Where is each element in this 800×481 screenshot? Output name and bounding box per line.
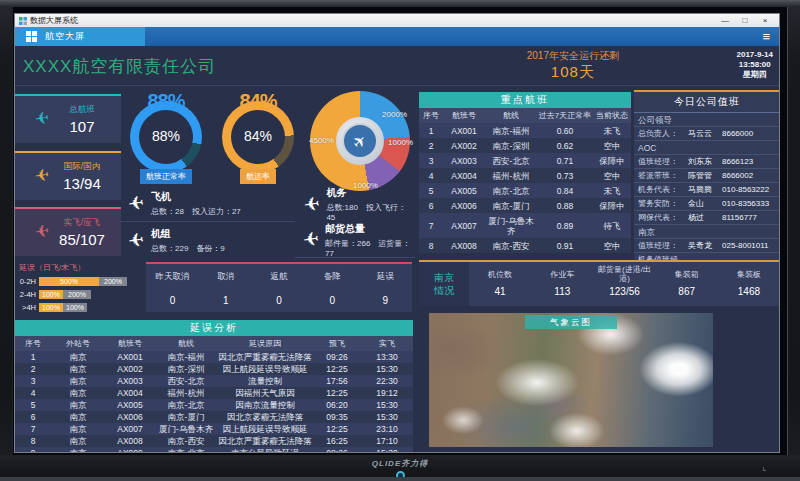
column-header: 外站号 — [51, 336, 105, 351]
cell: AX009 — [105, 447, 155, 452]
duty-phone: 010-8563222 — [722, 185, 776, 195]
table-row: 01009 — [146, 289, 412, 312]
nanjing-label: 南京情况 — [419, 262, 469, 306]
tv-top-edge — [0, 0, 800, 7]
cell: 16:25 — [313, 435, 361, 447]
table-row: 1 AX001 南京-福州 0.60 未飞 — [419, 123, 631, 138]
menu-icon[interactable]: ≡ — [753, 28, 779, 46]
cell: 9 — [359, 289, 412, 312]
airplane-icon: ✈ — [22, 164, 51, 188]
cell: 南京 — [51, 363, 105, 375]
column-header: 集装箱 — [656, 262, 718, 286]
resource-title: 机组 — [151, 227, 225, 241]
resource-stats-line: 总数：28 投入运力：27 — [151, 206, 241, 217]
window-titlebar[interactable]: 数据大屏系统 — □ × — [15, 14, 779, 27]
dashboard-header: XXXX航空有限责任公司 2017年安全运行还剩 108天 2017-9-14 … — [15, 46, 779, 86]
cell: 8 — [419, 238, 443, 253]
column-value: 1468 — [718, 286, 779, 306]
cell: 未飞 — [593, 183, 631, 198]
table-row: 9 南京 AX009 南京-北京 南京台风导致延误 08:26 15:30 — [15, 447, 413, 452]
stat-value: 85/107 — [49, 231, 115, 248]
donut-label: 航班正常率 — [140, 169, 192, 184]
close-icon[interactable]: × — [755, 15, 775, 27]
duty-row: AOC — [634, 141, 779, 155]
cell: 南京-厦门 — [485, 198, 537, 213]
dashboard: XXXX航空有限责任公司 2017年安全运行还剩 108天 2017-9-14 … — [15, 46, 779, 452]
tv-frame: 数据大屏系统 — □ × 航空大屏 ≡ — [0, 0, 800, 481]
column-header: 过去7天正常率 — [537, 108, 593, 123]
table-row: 4 AX004 福州-杭州 0.73 空中 — [419, 168, 631, 183]
ribbon: 航空大屏 ≡ — [15, 27, 779, 46]
duty-name: 杨过 — [688, 213, 722, 223]
cell: 0.84 — [537, 183, 593, 198]
cell: 流量控制 — [217, 375, 313, 387]
duty-name: 金山 — [688, 199, 722, 209]
duty-rows: 公司领导 总负责人： 马云云 8666000 — [634, 113, 779, 260]
pie-center-badge: ✈ — [336, 117, 384, 165]
cell: 23:10 — [361, 423, 413, 435]
duty-role: 签派带班： — [638, 171, 688, 181]
cell: 13:30 — [361, 351, 413, 363]
table-row: 3 南京 AX003 西安-北京 流量控制 17:56 22:30 — [15, 375, 413, 387]
cell: AX003 — [443, 153, 485, 168]
airplane-icon: ✈ — [296, 191, 328, 218]
duty-roster-panel: 今日公司值班 公司领导 总负责人： 马云云 — [634, 90, 779, 260]
resource-cell: ✈ 机务 总数:180 投入飞行：45 — [295, 186, 415, 222]
column-header: 作业车 — [531, 262, 593, 286]
key-flights-panel: 重点航班 序号航班号航线过去7天正常率当前状态 — [419, 92, 631, 258]
cell: 7 — [419, 213, 443, 238]
duty-row: 机务代表： 马腾腾 010-8563222 — [634, 183, 779, 197]
grid-icon — [26, 31, 37, 42]
panel-title: 今日公司值班 — [634, 92, 779, 113]
table-row: 3 AX003 西安-北京 0.71 保障中 — [419, 153, 631, 168]
tab-aviation-screen[interactable]: 航空大屏 — [15, 27, 145, 46]
cell: 06:20 — [313, 399, 361, 411]
airplane-icon: ✈ — [120, 227, 153, 254]
traffic-pie-wrap: 2000% 1000% 1000% 4500% ✈ — [307, 88, 413, 194]
column-header: 当前状态 — [593, 108, 631, 123]
resource-stats: ✈ 飞机 总数：28 投入运力：27 ✈ 机务 总数:180 投入飞行：45 — [119, 186, 415, 258]
cell: 15:30 — [361, 447, 413, 452]
cell: AX005 — [105, 399, 155, 411]
airplane-icon: ✈ — [120, 190, 153, 217]
cell: AX001 — [443, 123, 485, 138]
cell: 南京 — [51, 387, 105, 399]
table-header-row: 序号外站号航班号航线延误原因预飞实飞 — [15, 336, 413, 351]
table-row: 4 南京 AX004 福州-杭州 因福州天气原因 12:25 19:12 — [15, 387, 413, 399]
tab-label: 航空大屏 — [45, 30, 85, 43]
company-title: XXXX航空有限责任公司 — [23, 55, 216, 78]
maximize-icon[interactable]: □ — [735, 15, 755, 27]
table-row: 7 AX007 厦门-乌鲁木齐 0.89 待飞 — [419, 213, 631, 238]
cell: 因北京严重雾霾无法降落 — [217, 435, 313, 447]
intl-domestic-card: ✈ 国际/国内 13/94 — [15, 151, 121, 200]
duty-phone: 8666002 — [722, 171, 776, 181]
cell: 0.71 — [537, 153, 593, 168]
cell: 南京-福州 — [155, 351, 217, 363]
airplane-icon: ✈ — [22, 107, 51, 131]
resource-cell: ✈ 机组 总数：229 备份：9 — [119, 222, 295, 258]
donut-inner-value: 88% — [121, 128, 211, 144]
stat-value: 107 — [49, 118, 115, 135]
cell: AX006 — [105, 411, 155, 423]
cell: 0.73 — [537, 168, 593, 183]
stat-label: 国际/国内 — [49, 161, 115, 173]
cell: 取消 — [199, 264, 252, 289]
cell: 0.89 — [537, 213, 593, 238]
nanjing-column: 作业车 113 — [531, 262, 593, 306]
airplane-icon: ✈ — [349, 130, 372, 153]
cell: 南京-北京 — [155, 447, 217, 452]
cell: 昨天取消 — [146, 264, 199, 289]
cell: 空中 — [593, 138, 631, 153]
cell: 3 — [419, 153, 443, 168]
nanjing-column: 集装板 1468 — [718, 262, 779, 306]
column-header: 预飞 — [313, 336, 361, 351]
delay-bar-gray: 200% — [99, 277, 127, 286]
cell: 1 — [199, 289, 252, 312]
window-title: 数据大屏系统 — [30, 15, 715, 26]
table-row: 6 南京 AX006 南京-厦门 因北京雾霾无法降落 09:35 15:30 — [15, 411, 413, 423]
column-header: 航班号 — [105, 336, 155, 351]
minimize-icon[interactable]: — — [715, 15, 735, 27]
cell: 0.60 — [537, 123, 593, 138]
cell: 南京 — [51, 423, 105, 435]
panel-title: 重点航班 — [419, 92, 631, 108]
